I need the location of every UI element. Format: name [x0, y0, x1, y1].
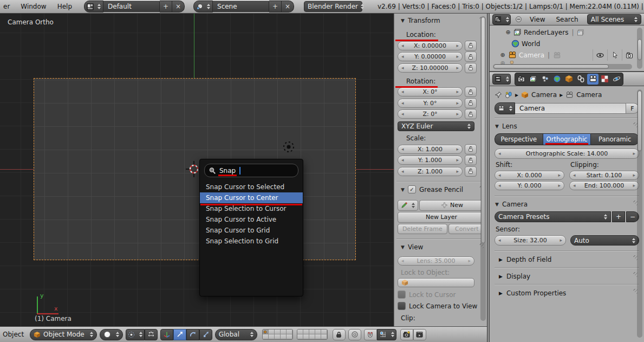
panoramic-button[interactable]: Panoramic [590, 133, 639, 145]
lens-panel-header[interactable]: ▼ Lens [495, 120, 639, 132]
scrollbar-thumb[interactable] [481, 17, 485, 243]
lock-object-field[interactable] [398, 278, 474, 287]
restrict-view-toggle[interactable] [593, 49, 607, 61]
mode-select[interactable]: Object Mode [30, 329, 97, 340]
layer-cell[interactable] [297, 334, 303, 339]
increment-arrow-icon[interactable]: ▸ [456, 43, 459, 48]
lock-camera-to-view-checkbox[interactable] [398, 302, 406, 310]
screen-layout-name[interactable]: Default [103, 1, 160, 12]
screen-layout-icon[interactable] [84, 1, 103, 12]
layer-cell[interactable] [269, 330, 275, 334]
lock-location-y-button[interactable] [465, 51, 477, 62]
increment-arrow-icon[interactable]: ▸ [558, 183, 561, 188]
orthographic-scale-field[interactable]: ◂ Orthographic Scale: 14.000 ▸ [495, 149, 639, 159]
editor-type-selector[interactable] [492, 14, 511, 25]
increment-arrow-icon[interactable]: ▸ [456, 89, 459, 94]
layer-cell[interactable] [287, 330, 292, 334]
scrollbar-thumb[interactable] [638, 39, 642, 60]
tab-world[interactable] [551, 74, 563, 85]
viewport-lens-field[interactable]: ◂ Lens: 35.000 ▸ [398, 256, 474, 266]
render-engine-select[interactable]: Blender Render [304, 1, 362, 12]
snap-toggle[interactable] [364, 329, 377, 340]
layer-group-2[interactable] [297, 329, 328, 340]
menu-item-snap-selection-to-cursor[interactable]: Snap Selection to Cursor [200, 203, 303, 214]
increment-arrow-icon[interactable]: ▸ [633, 151, 635, 156]
tab-render[interactable] [516, 74, 527, 85]
layer-cell[interactable] [297, 330, 303, 334]
scale-y-field[interactable]: ◂ Y: 1.000 ▸ [398, 156, 463, 165]
outliner-row-renderlayers[interactable]: ⊕ RenderLayers | [493, 27, 636, 38]
menu-object[interactable]: Object [0, 331, 27, 338]
delete-frame-button[interactable]: Delete Frame [398, 224, 447, 234]
tab-render-layers[interactable] [528, 74, 539, 85]
layer-group-1[interactable] [262, 329, 293, 340]
add-preset-button[interactable]: + [612, 211, 625, 222]
outliner-menu-search[interactable]: Search [552, 16, 581, 23]
scrollbar-thumb[interactable] [638, 91, 642, 151]
outliner-hscrollbar[interactable] [493, 64, 632, 69]
layer-cell[interactable] [303, 330, 309, 334]
increment-arrow-icon[interactable]: ▸ [456, 158, 459, 163]
grease-pencil-panel-header[interactable]: ▼ ✓ Grease Pencil [396, 184, 485, 196]
layer-cell[interactable] [275, 330, 281, 334]
layer-cell[interactable] [281, 330, 287, 334]
render-still-button[interactable] [400, 329, 413, 340]
panel-drag-corner[interactable] [629, 122, 638, 131]
pivot-point-select[interactable] [126, 329, 145, 340]
perspective-button[interactable]: Perspective [495, 133, 543, 145]
snap-element-select[interactable] [377, 329, 396, 340]
outliner-row-camera[interactable]: ⊕ Camera | [493, 49, 636, 61]
layer-cell[interactable] [263, 334, 269, 339]
menu-item-snap-cursor-to-active[interactable]: Snap Cursor to Active [200, 214, 303, 225]
rotation-mode-select[interactable]: XYZ Euler [398, 121, 474, 131]
increment-arrow-icon[interactable]: ▸ [456, 147, 459, 152]
increment-arrow-icon[interactable]: ▸ [456, 54, 459, 59]
breadcrumb-data-name[interactable]: Camera [576, 91, 602, 99]
increment-arrow-icon[interactable]: ▸ [456, 169, 459, 174]
increment-arrow-icon[interactable]: ▸ [633, 183, 635, 188]
panel-drag-corner[interactable] [629, 272, 638, 280]
sensor-size-field[interactable]: ◂ Size: 32.00 ▸ [495, 235, 566, 246]
outliner-filter-select[interactable]: All Scenes [587, 14, 641, 24]
camera-presets-select[interactable]: Camera Presets [495, 211, 611, 222]
layer-cell[interactable] [315, 330, 321, 334]
lock-rotation-z-button[interactable] [465, 109, 477, 119]
rotation-z-field[interactable]: ◂ Z: 0° ▸ [398, 109, 463, 119]
increment-arrow-icon[interactable]: ▸ [456, 66, 459, 70]
expand-icon[interactable]: ⊕ [505, 29, 511, 36]
layer-cell[interactable] [321, 334, 327, 339]
view-panel-header[interactable]: ▼ View [396, 241, 485, 253]
lock-to-scene-toggle[interactable] [333, 329, 346, 340]
draw-mode-select[interactable] [398, 200, 418, 211]
orthographic-button[interactable]: Orthographic [543, 133, 591, 145]
location-y-field[interactable]: ◂ Y: 0.00000 ▸ [398, 52, 463, 61]
menu-help[interactable]: Help [54, 3, 75, 10]
rotation-y-field[interactable]: ◂ Y: 0° ▸ [398, 99, 463, 108]
camera-panel-header[interactable]: ▼ Camera [495, 198, 639, 210]
outliner-row-world[interactable]: World [493, 38, 636, 49]
increment-arrow-icon[interactable]: ▸ [456, 112, 459, 117]
menu-item-snap-cursor-to-grid[interactable]: Snap Cursor to Grid [200, 225, 303, 236]
filter-circle-icon[interactable] [515, 16, 522, 23]
shift-y-field[interactable]: ◂ Y: 0.000 ▸ [495, 181, 564, 190]
grease-pencil-new-button[interactable]: New [419, 200, 485, 211]
menu-window[interactable]: Window [17, 3, 49, 10]
add-layout-button[interactable]: + [160, 1, 172, 12]
location-z-field[interactable]: ◂ Z: 10.00000 ▸ [398, 63, 463, 73]
display-panel-header[interactable]: ▶ Display [495, 270, 639, 282]
lock-to-cursor-checkbox[interactable] [398, 291, 406, 299]
scrollbar-thumb[interactable] [493, 64, 609, 69]
lock-rotation-y-button[interactable] [465, 98, 477, 108]
menu-item-snap-cursor-to-selected[interactable]: Snap Cursor to Selected [200, 182, 303, 192]
operator-search-input[interactable]: Snap [204, 164, 298, 177]
clip-end-field[interactable]: ◂ End: 100.000 ▸ [569, 181, 639, 190]
lock-scale-y-button[interactable] [465, 155, 477, 165]
shift-x-field[interactable]: ◂ X: 0.000 ▸ [495, 171, 564, 180]
lock-location-z-button[interactable] [465, 63, 477, 73]
layer-cell[interactable] [303, 334, 309, 339]
transform-orientation-select[interactable]: Global [215, 329, 257, 340]
depth-of-field-panel-header[interactable]: ▶ Depth of Field [495, 253, 639, 266]
pin-icon[interactable] [495, 91, 502, 99]
expand-icon[interactable]: ⊕ [499, 51, 506, 59]
lock-rotation-x-button[interactable] [465, 87, 477, 97]
